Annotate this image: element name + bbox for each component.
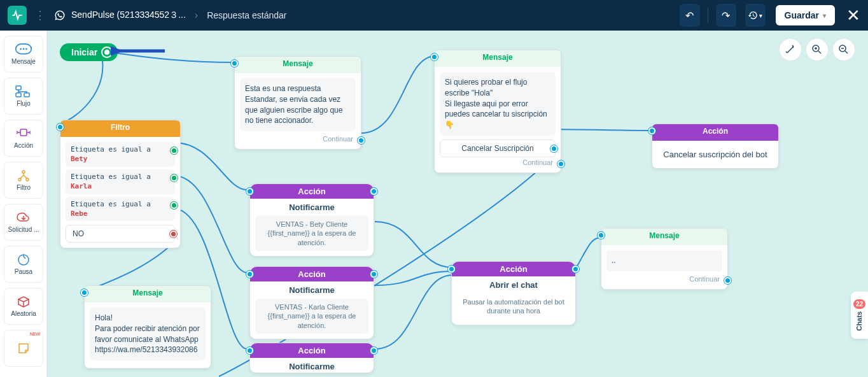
input-port[interactable] xyxy=(81,289,88,296)
output-port[interactable] xyxy=(550,145,557,152)
output-port[interactable] xyxy=(557,160,564,167)
filter-header: Filtro xyxy=(60,120,180,137)
api-icon xyxy=(15,211,32,224)
action-subtitle: Notificarme xyxy=(250,199,374,213)
menu-dots-icon[interactable]: ⋮ xyxy=(34,8,46,22)
close-button[interactable]: ✕ xyxy=(846,6,860,25)
input-port[interactable] xyxy=(246,188,253,195)
sidebar-item-accion[interactable]: Acción xyxy=(4,120,43,157)
node-header: Acción xyxy=(250,184,374,199)
node-header: Mensaje xyxy=(435,50,561,67)
action-node[interactable]: Acción Cancelar suscripción del bot xyxy=(652,124,779,169)
message-body: .. xyxy=(606,250,722,271)
filter-no-row: NO xyxy=(66,225,175,243)
action-body: VENTAS - Karla Cliente {{first_name}} a … xyxy=(255,299,368,334)
chevron-down-icon: ▾ xyxy=(823,12,826,19)
page-title[interactable]: Respuesta estándar xyxy=(207,10,286,20)
action-node[interactable]: Acción Notificarme VENTAS - Karla Client… xyxy=(249,266,374,339)
app-header: ⋮ SendPulse (5213334552３... › Respuesta … xyxy=(0,0,868,31)
pause-icon xyxy=(15,253,32,266)
start-node[interactable]: Iniciar xyxy=(60,43,118,61)
divider xyxy=(708,8,708,23)
svg-rect-5 xyxy=(24,93,29,97)
node-header: Acción xyxy=(250,267,374,281)
start-label: Iniciar xyxy=(71,47,97,57)
message-node[interactable]: Mensaje Si quieres probar el flujo escri… xyxy=(434,50,561,173)
node-header: Mensaje xyxy=(601,229,727,245)
note-icon xyxy=(15,342,32,355)
input-port[interactable] xyxy=(431,53,438,60)
chats-count-badge: 22 xyxy=(853,299,865,309)
message-node[interactable]: Mensaje .. Continuar xyxy=(601,228,728,290)
output-port[interactable] xyxy=(370,188,377,195)
output-port[interactable] xyxy=(370,271,377,278)
input-port[interactable] xyxy=(57,124,64,131)
output-port[interactable] xyxy=(171,174,178,181)
arrow-annotation xyxy=(111,38,168,64)
continue-label: Continuar xyxy=(606,274,722,284)
input-port[interactable] xyxy=(598,232,605,239)
action-subtitle: Notificarme xyxy=(250,358,374,373)
zoom-in-icon xyxy=(812,45,822,55)
svg-point-1 xyxy=(20,48,22,50)
sidebar-item-aleatoria[interactable]: Aleatoria xyxy=(4,288,43,325)
node-header: Mensaje xyxy=(235,57,361,73)
continue-label: Continuar xyxy=(240,134,356,144)
output-port[interactable] xyxy=(572,266,579,273)
output-port[interactable] xyxy=(724,277,731,284)
redo-button[interactable]: ↷ xyxy=(716,4,736,27)
filter-icon xyxy=(15,169,32,182)
tool-sidebar: Mensaje Flujo Acción Filtro Solicitud ..… xyxy=(0,31,47,377)
node-header: Acción xyxy=(250,343,374,358)
input-port[interactable] xyxy=(246,271,253,278)
action-node[interactable]: Acción Notificarme VENTAS - Bety Cliente… xyxy=(249,183,374,257)
sidebar-item-comentarios[interactable]: NEW xyxy=(4,330,43,367)
history-button[interactable]: ▾ xyxy=(745,4,766,27)
sidebar-item-mensaje[interactable]: Mensaje xyxy=(4,36,43,73)
output-port[interactable] xyxy=(358,137,365,144)
output-port[interactable] xyxy=(370,347,377,354)
svg-point-9 xyxy=(18,178,21,181)
pulse-icon xyxy=(11,10,23,21)
magic-fit-button[interactable] xyxy=(779,38,802,61)
svg-point-8 xyxy=(22,171,25,173)
sidebar-item-solicitud[interactable]: Solicitud ... xyxy=(4,204,43,241)
input-port[interactable] xyxy=(448,266,455,273)
app-logo[interactable] xyxy=(8,6,27,25)
svg-rect-4 xyxy=(16,86,21,90)
message-button[interactable]: Cancelar Suscripción xyxy=(440,139,556,157)
filter-row: Etiqueta es igual aKarla xyxy=(66,169,175,194)
action-subtitle: Abrir el chat xyxy=(452,276,575,291)
random-icon xyxy=(15,295,32,308)
svg-point-2 xyxy=(23,48,25,50)
undo-button[interactable]: ↶ xyxy=(680,4,700,27)
action-node[interactable]: Acción Abrir el chat Pausar la automatiz… xyxy=(451,261,576,325)
zoom-in-button[interactable] xyxy=(806,38,829,61)
save-label: Guardar xyxy=(785,10,819,20)
message-node[interactable]: Mensaje Esta es una respuesta Estandar, … xyxy=(234,56,361,150)
output-port[interactable] xyxy=(171,147,178,154)
action-node[interactable]: Acción Notificarme xyxy=(249,343,374,373)
sidebar-item-filtro[interactable]: Filtro xyxy=(4,162,43,199)
output-port[interactable] xyxy=(171,202,178,209)
sidebar-label: Aleatoria xyxy=(11,311,36,317)
message-node[interactable]: Mensaje Hola! Para poder recibir atenció… xyxy=(84,285,211,369)
action-body: VENTAS - Bety Cliente {{first_name}} a l… xyxy=(255,216,368,251)
svg-rect-7 xyxy=(20,129,27,136)
chats-sidebar-tab[interactable]: 22 Chats xyxy=(851,292,868,339)
node-header: Acción xyxy=(652,124,778,141)
sidebar-item-flujo[interactable]: Flujo xyxy=(4,78,43,115)
input-port[interactable] xyxy=(246,347,253,354)
zoom-out-button[interactable] xyxy=(832,38,855,61)
save-button[interactable]: Guardar ▾ xyxy=(776,5,835,25)
filter-node[interactable]: Filtro Etiqueta es igual aBety Etiqueta … xyxy=(60,120,181,248)
sidebar-item-pausa[interactable]: Pausa xyxy=(4,246,43,283)
history-icon xyxy=(748,10,758,20)
input-port[interactable] xyxy=(648,127,655,134)
account-name[interactable]: SendPulse (5213334552３... xyxy=(71,10,186,21)
zoom-out-icon xyxy=(839,45,849,55)
flow-canvas[interactable]: Iniciar Filtro Etiqueta es igual aBety E… xyxy=(47,31,868,377)
input-port[interactable] xyxy=(231,60,238,67)
output-port[interactable] xyxy=(170,231,177,238)
zoom-controls xyxy=(779,38,855,61)
